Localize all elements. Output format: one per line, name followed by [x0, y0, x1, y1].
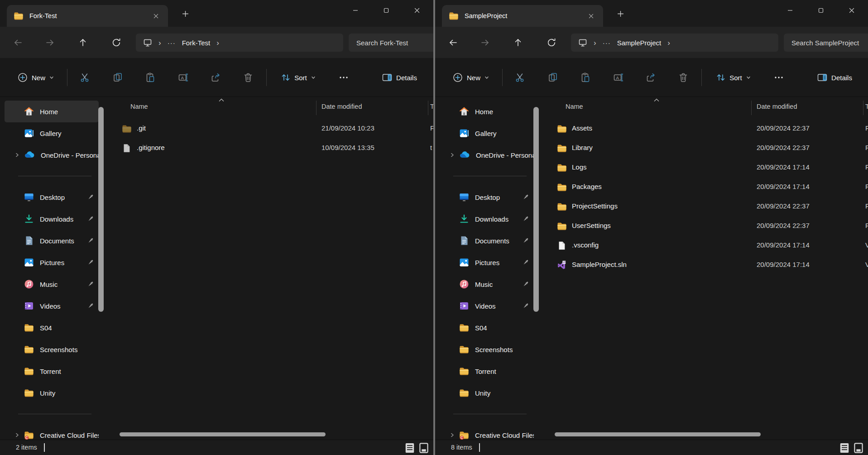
sidebar-item-pictures[interactable]: Pictures	[5, 252, 99, 273]
share-button[interactable]	[641, 68, 661, 87]
file-row[interactable]: UserSettings20/09/2024 22:37F	[540, 217, 868, 236]
column-header-date-modified[interactable]: Date modified	[757, 103, 797, 110]
minimize-button[interactable]	[780, 0, 801, 21]
maximize-button[interactable]	[810, 0, 831, 21]
sidebar-item-onedrive-personal[interactable]: OneDrive - Personal	[440, 144, 534, 166]
maximize-button[interactable]	[376, 0, 397, 21]
sidebar-item-unity[interactable]: Unity	[5, 382, 99, 404]
search-box[interactable]	[784, 34, 868, 52]
sidebar-item-downloads[interactable]: Downloads	[5, 208, 99, 230]
copy-button[interactable]	[108, 68, 128, 87]
thumbnails-view-button[interactable]	[418, 442, 429, 454]
column-header-date-modified[interactable]: Date modified	[321, 103, 362, 110]
sidebar-item-music[interactable]: Music	[440, 273, 534, 295]
sidebar-scrollbar[interactable]	[533, 107, 539, 312]
sidebar-item-music[interactable]: Music	[5, 273, 99, 295]
refresh-button[interactable]	[541, 34, 562, 52]
tab-close-button[interactable]	[150, 10, 162, 22]
sidebar-item-creative-cloud-files[interactable]: Creative Cloud Files	[440, 424, 534, 440]
address-bar[interactable]: ›···SampleProject›	[571, 34, 778, 52]
column-header-name[interactable]: Name	[130, 103, 148, 110]
sidebar-item-documents[interactable]: Documents	[440, 230, 534, 252]
file-row[interactable]: Packages20/09/2024 17:14F	[540, 178, 868, 197]
file-row[interactable]: Assets20/09/2024 22:37F	[540, 119, 868, 139]
sort-button[interactable]: Sort	[710, 68, 758, 87]
sidebar-item-screenshots[interactable]: Screenshots	[440, 339, 534, 360]
back-button[interactable]	[8, 34, 29, 52]
sidebar-scrollbar[interactable]	[98, 107, 104, 312]
sidebar-item-gallery[interactable]: Gallery	[5, 122, 99, 144]
close-button[interactable]	[407, 0, 427, 21]
horizontal-scrollbar[interactable]	[120, 432, 326, 436]
sidebar-item-torrent[interactable]: Torrent	[5, 360, 99, 382]
sidebar-item-s04[interactable]: S04	[5, 317, 99, 339]
file-row[interactable]: Library20/09/2024 22:37F	[540, 139, 868, 158]
sidebar-item-s04[interactable]: S04	[440, 317, 534, 339]
file-row[interactable]: .git21/09/2024 10:23F	[105, 119, 433, 139]
up-button[interactable]	[508, 34, 528, 52]
cut-button[interactable]	[510, 68, 530, 87]
sidebar-item-videos[interactable]: Videos	[440, 295, 534, 317]
sidebar-item-torrent[interactable]: Torrent	[440, 360, 534, 382]
sidebar-item-onedrive-personal[interactable]: OneDrive - Personal	[5, 144, 99, 166]
search-input[interactable]	[784, 34, 868, 52]
sidebar-item-downloads[interactable]: Downloads	[440, 208, 534, 230]
details-view-button[interactable]	[839, 442, 850, 454]
sidebar-item-unity[interactable]: Unity	[440, 382, 534, 404]
rename-button[interactable]: A	[609, 68, 628, 87]
forward-button[interactable]	[475, 34, 495, 52]
more-options-button[interactable]	[769, 68, 789, 87]
delete-button[interactable]	[673, 68, 693, 87]
new-button[interactable]: New	[9, 68, 62, 87]
more-options-button[interactable]	[334, 68, 354, 87]
close-button[interactable]	[841, 0, 862, 21]
file-row[interactable]: SampleProject.sln20/09/2024 17:14V	[540, 256, 868, 275]
column-header-type[interactable]: T	[430, 103, 433, 110]
search-box[interactable]	[349, 34, 433, 52]
column-divider[interactable]	[863, 101, 863, 115]
copy-button[interactable]	[543, 68, 563, 87]
sidebar-item-home[interactable]: Home	[5, 101, 99, 122]
thumbnails-view-button[interactable]	[853, 442, 864, 454]
sidebar-item-screenshots[interactable]: Screenshots	[5, 339, 99, 360]
explorer-tab[interactable]: SampleProject	[442, 5, 603, 27]
sidebar-item-videos[interactable]: Videos	[5, 295, 99, 317]
column-divider[interactable]	[751, 101, 752, 115]
sidebar-item-pictures[interactable]: Pictures	[440, 252, 534, 273]
search-input[interactable]	[349, 34, 433, 52]
details-pane-button[interactable]: Details	[373, 68, 426, 87]
details-view-button[interactable]	[404, 442, 415, 454]
file-row[interactable]: .vsconfig20/09/2024 17:14V	[540, 236, 868, 256]
sidebar-item-desktop[interactable]: Desktop	[440, 186, 534, 208]
explorer-tab[interactable]: Fork-Test	[7, 5, 168, 27]
cut-button[interactable]	[75, 68, 95, 87]
delete-button[interactable]	[238, 68, 258, 87]
tab-close-button[interactable]	[585, 10, 597, 22]
expand-chevron-icon[interactable]	[450, 432, 455, 438]
column-header-name[interactable]: Name	[566, 103, 583, 110]
sidebar-item-gallery[interactable]: Gallery	[440, 122, 534, 144]
sidebar-item-desktop[interactable]: Desktop	[5, 186, 99, 208]
column-divider[interactable]	[428, 101, 428, 115]
sidebar-item-home[interactable]: Home	[440, 101, 534, 122]
details-pane-button[interactable]: Details	[808, 68, 861, 87]
file-row[interactable]: ProjectSettings20/09/2024 22:37F	[540, 197, 868, 217]
rename-button[interactable]: A	[173, 68, 193, 87]
up-button[interactable]	[72, 34, 93, 52]
sidebar-item-documents[interactable]: Documents	[5, 230, 99, 252]
sort-button[interactable]: Sort	[274, 68, 322, 87]
horizontal-scrollbar[interactable]	[555, 432, 761, 436]
column-divider[interactable]	[316, 101, 317, 115]
minimize-button[interactable]	[345, 0, 366, 21]
new-button[interactable]: New	[444, 68, 498, 87]
expand-chevron-icon[interactable]	[450, 152, 455, 158]
file-row[interactable]: .gitignore10/09/2024 13:35t	[105, 139, 433, 158]
expand-chevron-icon[interactable]	[14, 432, 20, 438]
expand-chevron-icon[interactable]	[14, 152, 20, 158]
share-button[interactable]	[206, 68, 225, 87]
new-tab-button[interactable]	[177, 6, 193, 21]
new-tab-button[interactable]	[613, 6, 628, 21]
forward-button[interactable]	[39, 34, 60, 52]
sidebar-item-creative-cloud-files[interactable]: Creative Cloud Files	[5, 424, 99, 440]
column-header-type[interactable]: T	[865, 103, 868, 110]
